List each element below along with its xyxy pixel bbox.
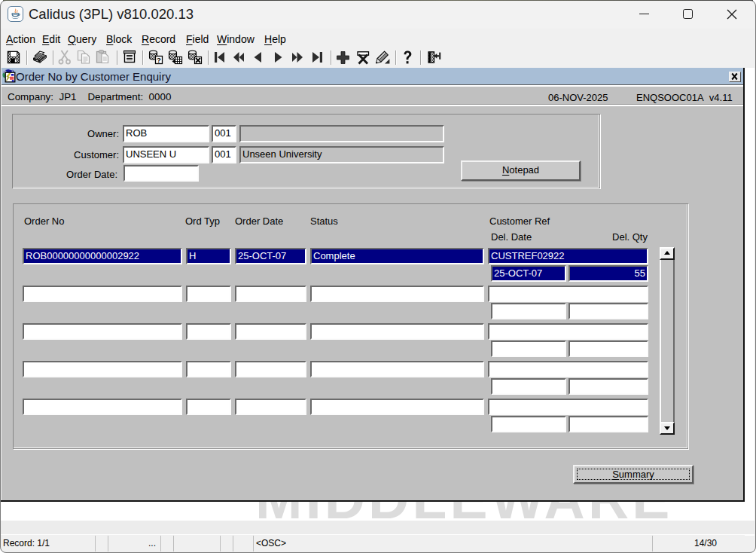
svg-text:?: ? bbox=[157, 56, 161, 64]
